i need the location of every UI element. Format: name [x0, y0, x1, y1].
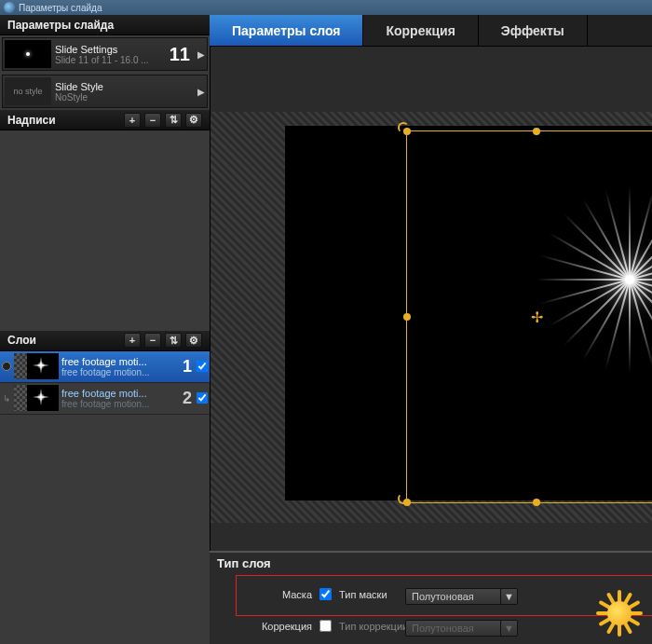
selection-box[interactable]: ✢	[406, 130, 652, 503]
layer-row[interactable]: ↳ free footage moti... free footage moti…	[0, 383, 210, 415]
rotate-handle[interactable]	[398, 122, 409, 133]
expand-arrow-icon[interactable]: ▶	[197, 87, 205, 97]
resize-handle[interactable]	[403, 313, 411, 321]
layer-sub: free footage motion...	[61, 399, 178, 409]
slide-settings-sub: Slide 11 of 11 - 16.0 ...	[55, 55, 162, 65]
captions-title: Надписи	[7, 114, 56, 127]
correction-label: Коррекция	[247, 621, 312, 632]
slide-params-title: Параметры слайда	[7, 19, 114, 32]
layer-title: free footage moti...	[61, 388, 178, 399]
correction-type-select: Полутоновая	[405, 620, 508, 637]
window-titlebar: Параметры слайда	[0, 0, 652, 15]
tab-bar: Параметры слоя Коррекция Эффекты	[210, 15, 652, 47]
remove-layer-button[interactable]: −	[144, 333, 161, 348]
correction-type-value: Полутоновая	[412, 623, 474, 634]
layer-visible-checkbox[interactable]	[197, 361, 208, 372]
slide-style-item[interactable]: no style Slide Style NoStyle ▶	[2, 75, 208, 108]
correction-checkbox[interactable]	[319, 620, 332, 632]
add-layer-button[interactable]: +	[124, 333, 141, 348]
layer-thumbnail	[14, 385, 59, 411]
slide-style-title: Slide Style	[55, 81, 194, 92]
rotate-handle[interactable]	[398, 493, 409, 504]
slide-style-sub: NoStyle	[55, 92, 194, 103]
layer-thumbnail	[14, 353, 59, 379]
center-anchor-icon[interactable]: ✢	[531, 308, 543, 326]
layer-number: 2	[183, 389, 192, 408]
layers-header: Слои + − ⇅ ⚙	[0, 331, 210, 351]
layer-title: free footage moti...	[61, 356, 178, 367]
captions-list	[0, 130, 210, 331]
mask-type-label: Тип маски	[339, 589, 387, 600]
layer-type-title: Тип слоя	[210, 553, 652, 574]
captions-header: Надписи + − ⇅ ⚙	[0, 110, 210, 130]
slide-params-header: Параметры слайда	[0, 15, 210, 35]
resize-handle[interactable]	[533, 128, 540, 135]
expand-arrow-icon[interactable]: ▶	[197, 49, 205, 60]
main-area: Параметры слоя Коррекция Эффекты	[210, 15, 652, 644]
correction-type-label: Тип коррекции	[339, 621, 408, 632]
window-title: Параметры слайда	[19, 3, 102, 13]
resize-handle[interactable]	[533, 499, 540, 506]
tab-layer-params[interactable]: Параметры слоя	[210, 15, 363, 46]
layer-settings-button[interactable]: ⚙	[185, 333, 202, 348]
mask-type-value: Полутоновая	[412, 591, 474, 602]
slide-number: 11	[170, 44, 190, 65]
reorder-caption-button[interactable]: ⇅	[165, 113, 182, 128]
caption-settings-button[interactable]: ⚙	[185, 113, 202, 128]
layer-type-panel: Тип слоя Маска Тип маски Полутоновая ▼ К…	[210, 551, 652, 644]
sidebar-spacer	[0, 445, 210, 645]
reorder-layer-button[interactable]: ⇅	[165, 333, 182, 348]
mask-type-select[interactable]: Полутоновая	[405, 588, 508, 605]
style-thumbnail: no style	[5, 77, 51, 105]
correction-dropdown-button: ▼	[500, 620, 518, 637]
layer-link-icon[interactable]: ↳	[2, 393, 11, 404]
layer-visible-checkbox[interactable]	[197, 392, 208, 404]
tab-correction[interactable]: Коррекция	[363, 15, 478, 46]
slide-settings-title: Slide Settings	[55, 44, 162, 55]
layer-radio[interactable]	[2, 362, 11, 371]
mask-dropdown-button[interactable]: ▼	[500, 588, 518, 605]
layers-list: free footage moti... free footage motion…	[0, 351, 210, 445]
mask-label: Маска	[265, 589, 312, 600]
add-caption-button[interactable]: +	[124, 113, 141, 128]
layer-sub: free footage motion...	[61, 367, 178, 377]
app-icon	[4, 2, 15, 13]
layer-row[interactable]: free footage moti... free footage motion…	[0, 351, 210, 383]
layers-title: Слои	[7, 334, 36, 347]
sun-decoration-icon	[596, 590, 643, 637]
slide-settings-item[interactable]: Slide Settings Slide 11 of 11 - 16.0 ...…	[2, 37, 208, 71]
remove-caption-button[interactable]: −	[144, 113, 161, 128]
slide-thumbnail	[5, 40, 51, 68]
mask-checkbox[interactable]	[319, 588, 332, 600]
tab-effects[interactable]: Эффекты	[479, 15, 588, 46]
layer-number: 1	[183, 357, 192, 377]
sidebar: Параметры слайда Slide Settings Slide 11…	[0, 15, 210, 644]
